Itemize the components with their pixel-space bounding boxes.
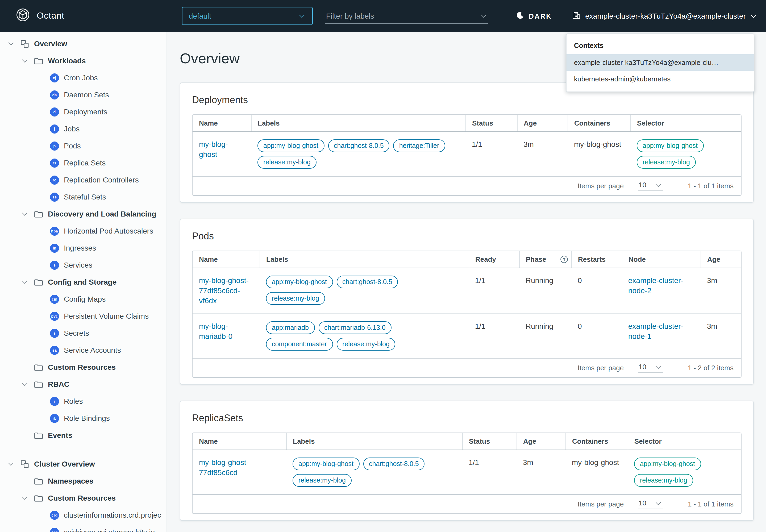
column-header-status[interactable]: Status [462,433,517,450]
label-filter-input[interactable] [325,11,477,20]
resource-link[interactable]: example-cluster-node-2 [628,276,683,295]
sidebar-item-label: clusterinformations.crd.projec [64,511,161,519]
resource-link[interactable]: example-cluster-node-1 [628,322,683,340]
sidebar-item-config-maps[interactable]: cmConfig Maps [0,290,166,307]
sidebar-item-config-and-storage[interactable]: Config and Storage [0,273,166,290]
namespace-select[interactable]: default [182,7,313,25]
column-header-age[interactable]: Age [701,251,742,268]
sidebar-item-events[interactable]: Events [0,427,166,444]
column-header-labels[interactable]: Labels [260,251,469,268]
sidebar-item-deployments[interactable]: dDeployments [0,103,166,120]
cell-text: 3m [707,276,717,285]
sidebar-item-overview[interactable]: Overview [0,35,166,52]
column-header-age[interactable]: Age [517,115,568,132]
cell-text: 0 [578,322,582,330]
items-per-page-select[interactable]: 10 [638,363,663,373]
sidebar-item-clusterinformations-crd-projec[interactable]: crdclusterinformations.crd.projec [0,506,166,523]
sidebar-item-pods[interactable]: pPods [0,137,166,154]
cell-text: Running [526,322,553,330]
column-header-selector[interactable]: Selector [628,433,742,450]
app-title: Octant [37,11,64,21]
cell-containers: my-blog-ghost [565,450,628,494]
sidebar-item-label: Custom Resources [48,363,116,371]
theme-toggle-button[interactable]: DARK [516,0,552,32]
cell-text: 1/1 [472,140,482,148]
sidebar-item-label: Services [64,261,92,269]
cell-text: 1/1 [475,322,485,330]
label-badge: app:my-blog-ghost [266,276,333,288]
context-menu-item[interactable]: example-cluster-ka3TuTzYo4a@example-clu… [567,54,754,71]
chevron-down-icon[interactable] [21,210,29,218]
sidebar-item-custom-resources[interactable]: Custom Resources [0,359,166,376]
cluster-overview-icon [20,459,29,468]
chevron-down-icon[interactable] [21,57,29,64]
column-header-name[interactable]: Name [193,433,286,450]
cell-restarts: 0 [571,268,622,314]
column-header-phase[interactable]: Phase [519,251,571,268]
column-header-status[interactable]: Status [465,115,517,132]
column-header-labels[interactable]: Labels [251,115,465,132]
sidebar-item-daemon-sets[interactable]: dsDaemon Sets [0,86,166,103]
cluster-icon [572,11,581,21]
resource-link[interactable]: my-blog-ghost [199,140,228,159]
chevron-down-icon[interactable] [21,380,29,388]
cell-labels: app:my-blog-ghostchart:ghost-8.0.5releas… [286,450,462,494]
column-header-restarts[interactable]: Restarts [571,251,622,268]
sidebar-item-replica-sets[interactable]: rsReplica Sets [0,154,166,171]
cell-phase: Running [519,268,571,314]
sidebar-item-jobs[interactable]: jJobs [0,120,166,137]
chevron-down-icon[interactable] [21,278,29,286]
sidebar-item-replication-controllers[interactable]: rcReplication Controllers [0,171,166,188]
cell-text: 0 [578,276,582,285]
label-badge: chart:mariadb-6.13.0 [318,321,392,334]
column-header-containers[interactable]: Containers [565,433,628,450]
selector-badge: release:my-blog [637,156,696,169]
column-header-labels[interactable]: Labels [286,433,462,450]
chevron-down-icon[interactable] [7,460,15,468]
column-header-containers[interactable]: Containers [568,115,630,132]
sidebar-item-csidrivers-csi-storage-k8s-io[interactable]: crdcsidrivers.csi.storage.k8s.io [0,523,166,532]
sidebar-item-service-accounts[interactable]: saService Accounts [0,342,166,359]
sidebar-item-label: RBAC [48,380,69,388]
column-label: Ready [475,255,496,263]
sidebar-item-cron-jobs[interactable]: cjCron Jobs [0,69,166,86]
resource-link[interactable]: my-blog-ghost-77df85c6cd-vf6dx [199,276,249,305]
sidebar-item-roles[interactable]: rRoles [0,393,166,410]
context-menu-item[interactable]: kubernetes-admin@kubernetes [567,71,754,87]
sidebar-item-label: Stateful Sets [64,193,106,201]
sidebar-item-workloads[interactable]: Workloads [0,52,166,69]
column-header-node[interactable]: Node [622,251,701,268]
column-header-age[interactable]: Age [517,433,565,450]
items-per-page-select[interactable]: 10 [638,499,663,509]
cell-age: 3m [517,450,565,494]
context-selector-button[interactable]: example-cluster-ka3TuTzYo4a@example-clus… [572,0,757,32]
chevron-down-icon[interactable] [21,494,29,502]
resource-link[interactable]: my-blog-ghost-77df85c6cd [199,458,249,477]
label-filter [325,8,488,24]
resource-link[interactable]: my-blog-mariadb-0 [199,322,232,340]
column-label: Name [199,119,218,127]
filter-icon[interactable] [560,255,568,263]
column-label: Labels [266,255,288,263]
column-header-selector[interactable]: Selector [630,115,742,132]
sidebar-item-ingresses[interactable]: inIngresses [0,239,166,256]
sidebar-item-cluster-overview[interactable]: Cluster Overview [0,455,166,472]
sidebar-item-secrets[interactable]: sSecrets [0,325,166,342]
cell-age: 3m [517,132,568,176]
column-label: Containers [572,437,608,445]
sidebar-item-persistent-volume-claims[interactable]: pvcPersistent Volume Claims [0,307,166,325]
column-header-name[interactable]: Name [193,115,251,132]
sidebar-item-namespaces[interactable]: Namespaces [0,472,166,489]
sidebar-item-horizontal-pod-autoscalers[interactable]: hpaHorizontal Pod Autoscalers [0,222,166,239]
column-header-name[interactable]: Name [193,251,260,268]
sidebar-item-rbac[interactable]: RBAC [0,376,166,393]
sidebar-item-role-bindings[interactable]: rbRole Bindings [0,410,166,427]
items-per-page-select[interactable]: 10 [638,181,663,191]
chevron-down-icon[interactable] [7,40,15,47]
table-row: my-blog-ghost-77df85c6cd-vf6dxapp:my-blo… [193,268,742,314]
sidebar-item-discovery-and-load-balancing[interactable]: Discovery and Load Balancing [0,205,166,222]
sidebar-item-stateful-sets[interactable]: ssStateful Sets [0,188,166,205]
sidebar-item-services[interactable]: sServices [0,256,166,273]
sidebar-item-custom-resources[interactable]: Custom Resources [0,489,166,506]
column-header-ready[interactable]: Ready [469,251,519,268]
